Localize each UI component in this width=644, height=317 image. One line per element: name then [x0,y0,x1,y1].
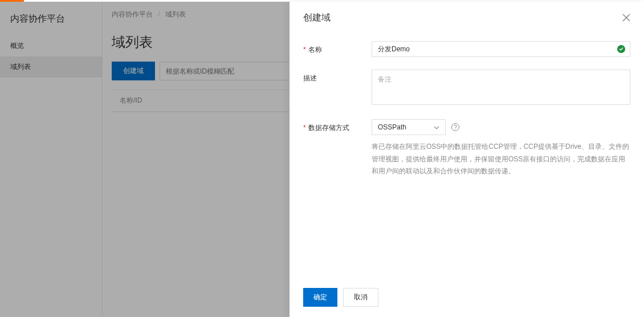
cancel-button[interactable]: 取消 [343,288,378,307]
drawer-title: 创建域 [303,12,331,24]
chevron-down-icon [434,123,439,131]
help-icon[interactable]: ? [451,123,459,131]
create-domain-drawer: 创建域 *名称 描述 [290,2,644,317]
valid-check-icon [617,45,625,53]
form-row-name: *名称 [303,41,630,57]
close-icon[interactable] [622,14,630,23]
drawer-body: *名称 描述 *数据存储方式 [290,31,644,280]
form-label-name: *名称 [303,41,372,57]
storage-help-text: 将已存储在阿里云OSS中的数据托管给CCP管理，CCP提供基于Drive、目录、… [372,141,630,178]
form-row-storage: *数据存储方式 OSSPath ? 将已存储在阿里云OSS中的数据托管给CCP管… [303,119,630,178]
required-marker: * [303,46,306,54]
required-marker: * [303,124,306,132]
storage-select-value: OSSPath [378,123,406,131]
form-label-description: 描述 [303,70,372,107]
drawer-header: 创建域 [290,2,644,31]
confirm-button[interactable]: 确定 [303,288,337,307]
drawer-footer: 确定 取消 [290,280,644,317]
description-textarea[interactable] [372,70,630,105]
storage-select[interactable]: OSSPath [372,119,446,135]
form-row-description: 描述 [303,70,630,107]
form-label-storage: *数据存储方式 [303,119,372,178]
name-input[interactable] [372,41,630,57]
